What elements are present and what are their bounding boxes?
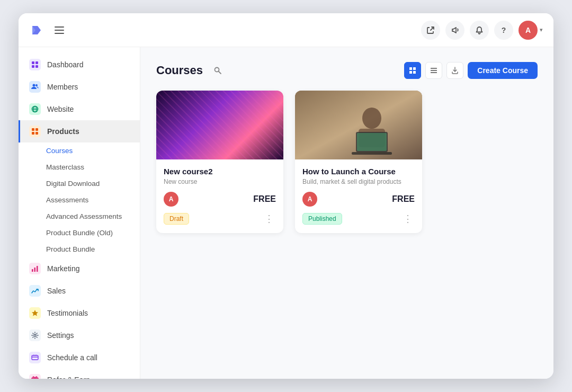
svg-rect-3	[35, 65, 38, 68]
bell-button[interactable]	[470, 21, 489, 40]
svg-rect-15	[37, 266, 38, 272]
course-card-2-more-button[interactable]: ⋮	[401, 212, 415, 226]
sidebar-label-sales: Sales	[47, 287, 66, 295]
sidebar-sub-item-advanced-assessments[interactable]: Advanced Assessments	[46, 208, 140, 225]
search-button[interactable]	[209, 62, 226, 79]
svg-point-5	[35, 84, 38, 86]
masterclass-label: Masterclass	[46, 163, 84, 171]
course-card-2-title: How to Launch a Course	[302, 167, 415, 176]
svg-rect-27	[409, 67, 412, 70]
sidebar-label-schedule-call: Schedule a call	[47, 353, 97, 362]
course-card-1-title: New course2	[164, 167, 276, 176]
megaphone-button[interactable]	[445, 21, 464, 40]
svg-rect-2	[32, 65, 34, 68]
products-submenu: Courses Masterclass Digital Download Ass…	[19, 142, 140, 257]
svg-line-26	[219, 72, 221, 74]
svg-rect-29	[409, 71, 412, 74]
course-card-1: New course2 New course A FREE Draft ⋮	[156, 91, 283, 233]
course-card-1-more-button[interactable]: ⋮	[262, 212, 276, 226]
svg-point-4	[33, 84, 35, 87]
assessments-label: Assessments	[46, 196, 88, 204]
sidebar-item-members[interactable]: Members	[19, 76, 140, 98]
sidebar-sub-item-assessments[interactable]: Assessments	[46, 192, 140, 208]
toolbar-right: Create Course	[404, 62, 538, 79]
sales-icon	[29, 285, 41, 297]
help-button[interactable]: ?	[494, 21, 513, 40]
settings-icon	[29, 329, 41, 341]
chevron-down-icon: ▾	[540, 26, 543, 33]
content-area: Courses	[140, 47, 553, 379]
advanced-assessments-label: Advanced Assessments	[46, 212, 122, 220]
courses-label: Courses	[46, 147, 73, 155]
sidebar-item-settings[interactable]: Settings	[19, 324, 140, 346]
course-card-1-image	[156, 91, 283, 159]
svg-rect-9	[32, 128, 34, 131]
main-layout: Dashboard Members	[19, 47, 553, 379]
course-card-1-status-badge: Draft	[164, 213, 189, 225]
svg-point-17	[34, 334, 36, 336]
svg-rect-13	[32, 269, 33, 272]
sidebar-item-marketing[interactable]: Marketing	[19, 257, 140, 280]
course-card-2-footer: Published ⋮	[302, 212, 415, 226]
course-card-1-footer: Draft ⋮	[164, 212, 276, 226]
content-title-row: Courses	[156, 62, 226, 79]
sidebar-item-testimonials[interactable]: Testimonials	[19, 302, 140, 324]
user-avatar[interactable]: A	[519, 21, 538, 40]
sidebar-sub-item-courses[interactable]: Courses	[46, 142, 140, 159]
sidebar: Dashboard Members	[19, 47, 140, 379]
topbar: ? A ▾	[19, 13, 553, 47]
svg-point-25	[215, 68, 219, 72]
content-header: Courses	[156, 62, 538, 79]
svg-rect-39	[357, 133, 387, 151]
sidebar-label-products: Products	[47, 127, 79, 136]
svg-rect-11	[32, 132, 34, 135]
sidebar-label-dashboard: Dashboard	[47, 60, 84, 69]
sidebar-item-website[interactable]: Website	[19, 98, 140, 120]
course-card-1-subtitle: New course	[164, 178, 276, 185]
refer-earn-icon	[29, 374, 41, 379]
sidebar-label-testimonials: Testimonials	[47, 309, 88, 317]
svg-rect-40	[352, 152, 392, 155]
export-button[interactable]	[446, 62, 463, 79]
user-avatar-wrapper[interactable]: A ▾	[519, 21, 543, 40]
create-course-button[interactable]: Create Course	[468, 62, 538, 79]
sidebar-item-products[interactable]: Products	[19, 120, 140, 142]
course-card-2-avatar: A	[302, 192, 317, 207]
product-bundle-old-label: Product Bundle (Old)	[46, 229, 113, 237]
course-card-2-row: A FREE	[302, 192, 415, 207]
sidebar-sub-item-digital-download[interactable]: Digital Download	[46, 175, 140, 192]
question-mark: ?	[502, 26, 506, 34]
schedule-call-icon	[29, 352, 41, 363]
sidebar-sub-item-product-bundle[interactable]: Product Bundle	[46, 241, 140, 257]
website-icon	[29, 103, 41, 115]
hamburger-menu-icon[interactable]	[52, 24, 66, 36]
sidebar-item-sales[interactable]: Sales	[19, 280, 140, 302]
grid-view-button[interactable]	[404, 62, 421, 79]
sidebar-item-refer-earn[interactable]: Refer & Earn	[19, 369, 140, 379]
marketing-icon	[29, 263, 41, 274]
page-title: Courses	[156, 64, 203, 77]
sidebar-item-dashboard[interactable]: Dashboard	[19, 54, 140, 76]
sidebar-sub-item-masterclass[interactable]: Masterclass	[46, 159, 140, 175]
svg-rect-10	[35, 128, 38, 131]
sidebar-label-website: Website	[47, 105, 74, 113]
svg-rect-18	[32, 355, 38, 360]
topbar-left	[29, 23, 66, 38]
course-card-1-body: New course2 New course A FREE Draft ⋮	[156, 159, 283, 233]
dashboard-icon	[29, 59, 41, 70]
sidebar-label-refer-earn: Refer & Earn	[47, 376, 90, 379]
svg-rect-12	[35, 132, 38, 135]
sidebar-item-schedule-call[interactable]: Schedule a call	[19, 346, 140, 369]
sidebar-label-members: Members	[47, 83, 78, 91]
svg-rect-1	[35, 61, 38, 64]
svg-rect-32	[431, 70, 437, 71]
course-card-2-body: How to Launch a Course Build, market & s…	[295, 159, 422, 233]
app-window: ? A ▾ Dashboard	[19, 13, 553, 379]
external-link-button[interactable]	[421, 21, 440, 40]
svg-rect-28	[413, 67, 416, 70]
logo-icon	[29, 23, 44, 38]
sidebar-sub-item-product-bundle-old[interactable]: Product Bundle (Old)	[46, 225, 140, 241]
svg-rect-31	[431, 68, 437, 69]
course-card-2-subtitle: Build, market & sell digital products	[302, 178, 415, 185]
list-view-button[interactable]	[425, 62, 442, 79]
